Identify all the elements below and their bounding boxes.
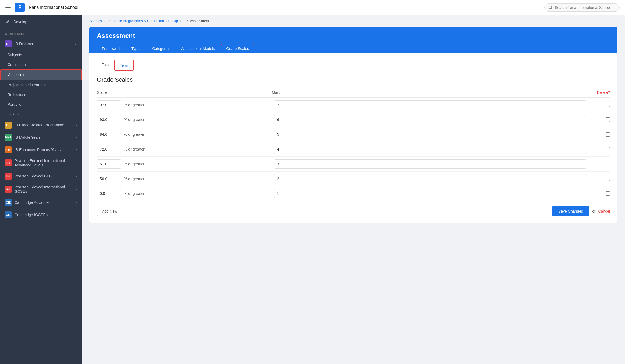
breadcrumb-ib-diploma[interactable]: IB Diploma xyxy=(168,19,186,23)
mark-input-4[interactable] xyxy=(274,159,586,169)
grade-scales-footer: Add New Save Changes or Cancel xyxy=(97,206,610,216)
score-input-1[interactable] xyxy=(97,115,121,124)
cancel-link[interactable]: Cancel xyxy=(598,209,610,213)
table-row: % or greater xyxy=(97,142,610,157)
pyp-badge: PYP xyxy=(5,146,12,153)
sidebar-item-curriculum[interactable]: Curriculum xyxy=(0,60,82,69)
sidebar-item-reflections[interactable]: Reflections xyxy=(0,90,82,99)
score-input-3[interactable] xyxy=(97,145,121,154)
add-new-button[interactable]: Add New xyxy=(97,207,122,216)
mark-input-0[interactable] xyxy=(274,100,586,109)
sidebar-item-myp[interactable]: MYP IB Middle Years › xyxy=(0,131,82,144)
score-cell-3: % or greater xyxy=(97,145,272,154)
footer-right: Save Changes or Cancel xyxy=(552,206,610,216)
mark-input-1[interactable] xyxy=(274,115,586,124)
content-area: Settings › Academic Programmes & Curricu… xyxy=(82,15,625,364)
table-row: % or greater xyxy=(97,112,610,127)
sidebar-item-edexcel-al[interactable]: Ed Pearson Edexcel International Advance… xyxy=(0,156,82,170)
cie-badge-1: CIE xyxy=(5,199,12,206)
mark-input-3[interactable] xyxy=(274,145,586,154)
col-mark-header: Mark xyxy=(272,90,588,95)
grade-scales-table-header: Score Mark Delete? xyxy=(97,89,610,98)
tab-categories[interactable]: Categories xyxy=(147,44,175,53)
sidebar-item-cambridge-igcses[interactable]: CIE Cambridge IGCSEs › xyxy=(0,209,82,221)
delete-check-2[interactable] xyxy=(606,132,610,137)
chevron-right-icon: › xyxy=(76,123,77,127)
dp-badge: DP xyxy=(5,40,12,47)
score-cell-5: % or greater xyxy=(97,174,272,183)
score-label-4: % or greater xyxy=(124,162,145,166)
tab-framework[interactable]: Framework xyxy=(97,44,125,53)
sidebar-item-gcses[interactable]: Ed Pearson Edexcel International GCSEs › xyxy=(0,182,82,196)
delete-check-5[interactable] xyxy=(606,177,610,181)
score-input-0[interactable] xyxy=(97,100,121,109)
delete-check-0[interactable] xyxy=(606,103,610,107)
delete-checkbox-2 xyxy=(588,132,610,137)
tab-types[interactable]: Types xyxy=(127,44,146,53)
or-text: or xyxy=(592,209,595,213)
breadcrumb-settings[interactable]: Settings xyxy=(89,19,102,23)
save-changes-button[interactable]: Save Changes xyxy=(552,206,589,216)
search-input[interactable] xyxy=(555,5,616,10)
sidebar-item-pbl[interactable]: Project-based Learning xyxy=(0,80,82,90)
chevron-down-icon: ∨ xyxy=(75,42,77,46)
delete-check-3[interactable] xyxy=(606,147,610,151)
sidebar-develop-label: Develop xyxy=(13,20,27,24)
mark-input-5[interactable] xyxy=(274,174,586,183)
main-layout: Develop › Academics DP IB Diploma ∨ Subj… xyxy=(0,15,625,364)
table-row: % or greater xyxy=(97,157,610,172)
score-label-5: % or greater xyxy=(124,177,145,181)
sub-tab-task[interactable]: Task xyxy=(97,60,114,71)
col-score-header: Score xyxy=(97,90,272,95)
hamburger-icon[interactable] xyxy=(5,6,11,9)
svg-line-1 xyxy=(551,8,552,9)
delete-checkbox-6 xyxy=(588,191,610,196)
grade-scales-panel: Task Term Grade Scales Score Mark Delete… xyxy=(89,53,617,223)
search-bar[interactable] xyxy=(544,3,620,12)
score-input-4[interactable] xyxy=(97,159,121,169)
delete-checkbox-1 xyxy=(588,117,610,122)
chevron-right-icon: › xyxy=(76,174,77,178)
score-input-5[interactable] xyxy=(97,174,121,183)
sidebar-item-develop[interactable]: Develop › xyxy=(0,15,82,28)
delete-checkbox-3 xyxy=(588,147,610,151)
sidebar-item-assessment[interactable]: Assessment xyxy=(0,69,82,80)
sidebar-item-guides[interactable]: Guides xyxy=(0,109,82,119)
sidebar-item-pyp[interactable]: PYP IB Enhanced Primary Years › xyxy=(0,144,82,156)
mark-input-2[interactable] xyxy=(274,130,586,139)
search-icon xyxy=(548,5,553,10)
sidebar-item-btec[interactable]: Ed Pearson Edexcel BTEC › xyxy=(0,170,82,182)
breadcrumb-current: Assessment xyxy=(190,19,209,23)
table-row: % or greater xyxy=(97,98,610,112)
sidebar-item-ib-diploma[interactable]: DP IB Diploma ∨ xyxy=(0,38,82,50)
tab-grade-scales[interactable]: Grade Scales xyxy=(221,44,254,53)
score-input-2[interactable] xyxy=(97,130,121,139)
score-cell-2: % or greater xyxy=(97,130,272,139)
score-label-3: % or greater xyxy=(124,147,145,151)
sidebar-item-portfolio[interactable]: Portfolio xyxy=(0,99,82,109)
delete-checkbox-4 xyxy=(588,162,610,166)
score-input-6[interactable] xyxy=(97,189,121,198)
ed-badge-3: Ed xyxy=(5,186,12,193)
score-label-0: % or greater xyxy=(124,103,145,107)
academics-section-header: Academics xyxy=(0,28,82,38)
breadcrumb-programmes[interactable]: Academic Programmes & Curriculum xyxy=(106,19,164,23)
sidebar: Develop › Academics DP IB Diploma ∨ Subj… xyxy=(0,15,82,364)
mark-input-6[interactable] xyxy=(274,189,586,198)
chevron-right-icon: › xyxy=(76,135,77,139)
chevron-right-icon: › xyxy=(76,201,77,204)
table-row: % or greater xyxy=(97,127,610,142)
sidebar-item-cp[interactable]: CP IB Career-related Programme › xyxy=(0,119,82,131)
score-cell-4: % or greater xyxy=(97,159,272,169)
assessment-title: Assessment xyxy=(97,32,610,40)
tab-assessment-models[interactable]: Assessment Models xyxy=(176,44,220,53)
delete-check-1[interactable] xyxy=(606,117,610,122)
sub-tab-term[interactable]: Term xyxy=(114,60,134,71)
sidebar-item-cambridge-advanced[interactable]: CIE Cambridge Advanced › xyxy=(0,196,82,209)
delete-check-4[interactable] xyxy=(606,162,610,166)
sub-tabs: Task Term xyxy=(97,60,610,71)
chevron-right-icon: › xyxy=(76,187,77,191)
delete-check-6[interactable] xyxy=(606,191,610,196)
sidebar-item-subjects[interactable]: Subjects xyxy=(0,50,82,60)
breadcrumb: Settings › Academic Programmes & Curricu… xyxy=(82,15,625,27)
